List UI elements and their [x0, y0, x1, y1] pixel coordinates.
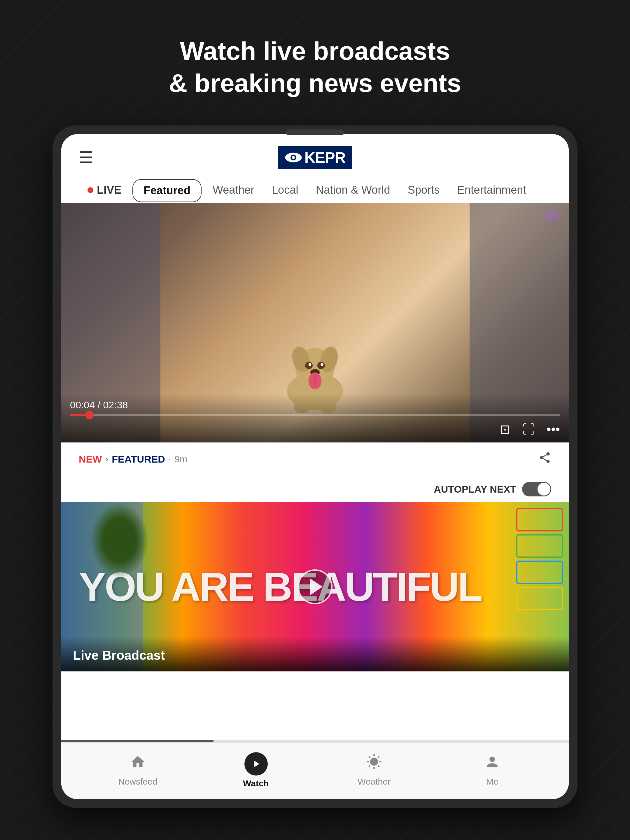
tab-me[interactable]: Me: [433, 754, 551, 786]
autoplay-bar: AUTOPLAY NEXT: [61, 476, 569, 502]
tab-weather-label: Weather: [213, 184, 254, 196]
more-options-icon[interactable]: •••: [546, 422, 560, 437]
video-progress-fill: [70, 414, 90, 416]
live-dot-icon: [87, 187, 93, 193]
tablet-frame: ☰ KEPR: [52, 125, 578, 808]
loading-fill: [61, 740, 213, 742]
autoplay-label: AUTOPLAY NEXT: [434, 483, 516, 495]
video-progress-bar[interactable]: [70, 414, 560, 416]
headline-line2: & breaking news events: [169, 67, 461, 99]
video-progress-thumb: [85, 411, 94, 419]
news-tags: NEW › FEATURED · 9m: [79, 453, 188, 465]
watch-icon: [245, 752, 268, 775]
tab-entertainment[interactable]: Entertainment: [448, 178, 535, 203]
tag-dot: ·: [169, 454, 171, 464]
tab-nation-world[interactable]: Nation & World: [307, 178, 399, 203]
news-meta-bar: NEW › FEATURED · 9m: [61, 442, 569, 476]
svg-point-2: [292, 156, 295, 159]
tab-local-label: Local: [272, 184, 298, 196]
nav-tabs: LIVE Featured Weather Local Nation & Wor…: [79, 178, 551, 203]
tag-featured: FEATURED: [112, 453, 165, 465]
app-logo[interactable]: KEPR: [278, 146, 352, 169]
bottom-tab-bar: Newsfeed Watch: [61, 742, 569, 799]
tab-live-label: LIVE: [97, 184, 122, 196]
menu-button[interactable]: ☰: [79, 148, 93, 167]
watch-icon-circle: [245, 752, 268, 775]
tab-entertainment-label: Entertainment: [457, 184, 526, 196]
tab-watch-label: Watch: [243, 778, 269, 788]
next-video-card[interactable]: YOU ARE BEAUTIFUL Live Broadcast: [61, 502, 569, 740]
tab-weather-bottom-label: Weather: [358, 777, 390, 786]
tab-featured-label: Featured: [144, 184, 190, 197]
loading-bar: [61, 740, 569, 742]
tag-time-ago: 9m: [174, 454, 187, 465]
tab-weather-bottom[interactable]: Weather: [315, 754, 433, 786]
logo-container: KEPR: [278, 146, 352, 169]
weather-icon: [366, 754, 382, 774]
logo-text: KEPR: [305, 149, 345, 166]
header-top: ☰ KEPR: [79, 146, 551, 169]
share-button[interactable]: [538, 451, 551, 467]
fullscreen-icon[interactable]: ⛶: [522, 422, 535, 437]
tab-local[interactable]: Local: [263, 178, 307, 203]
tab-featured[interactable]: Featured: [133, 179, 201, 202]
tab-watch[interactable]: Watch: [197, 752, 315, 788]
toggle-knob: [538, 483, 550, 496]
svg-point-10: [321, 363, 324, 366]
headline-line1: Watch live broadcasts: [169, 35, 461, 67]
cbs-eye-icon: [285, 152, 302, 163]
video-controls: 00:04 / 02:38 ⊡ ⛶ •••: [61, 393, 569, 442]
cast-icon[interactable]: [545, 209, 560, 225]
video-player[interactable]: 00:04 / 02:38 ⊡ ⛶ •••: [61, 203, 569, 442]
tab-live[interactable]: LIVE: [79, 178, 130, 203]
video-control-icons: ⊡ ⛶ •••: [70, 422, 560, 437]
next-video-thumbnail: YOU ARE BEAUTIFUL Live Broadcast: [61, 502, 569, 671]
tag-separator: ›: [105, 454, 108, 464]
play-triangle-icon: [310, 579, 322, 595]
tab-me-label: Me: [486, 777, 499, 786]
tag-new: NEW: [79, 453, 102, 465]
newsfeed-icon: [130, 754, 146, 774]
me-icon: [484, 754, 500, 774]
play-button[interactable]: [297, 569, 333, 604]
video-timestamp: 00:04 / 02:38: [70, 399, 560, 411]
tablet-notch: [286, 129, 344, 135]
tab-sports[interactable]: Sports: [399, 178, 448, 203]
promo-headline: Watch live broadcasts & breaking news ev…: [169, 35, 461, 99]
tab-newsfeed-label: Newsfeed: [118, 777, 157, 786]
tab-newsfeed[interactable]: Newsfeed: [79, 754, 197, 786]
tab-sports-label: Sports: [408, 184, 440, 196]
svg-point-9: [309, 363, 311, 366]
subtitles-icon[interactable]: ⊡: [500, 422, 510, 437]
app-header: ☰ KEPR: [61, 134, 569, 203]
tab-nation-world-label: Nation & World: [316, 184, 390, 196]
tab-weather[interactable]: Weather: [204, 178, 263, 203]
tree-overlay: [90, 502, 149, 578]
next-video-label: Live Broadcast: [61, 636, 569, 671]
autoplay-toggle[interactable]: [522, 482, 551, 496]
tablet-screen: ☰ KEPR: [61, 134, 569, 799]
